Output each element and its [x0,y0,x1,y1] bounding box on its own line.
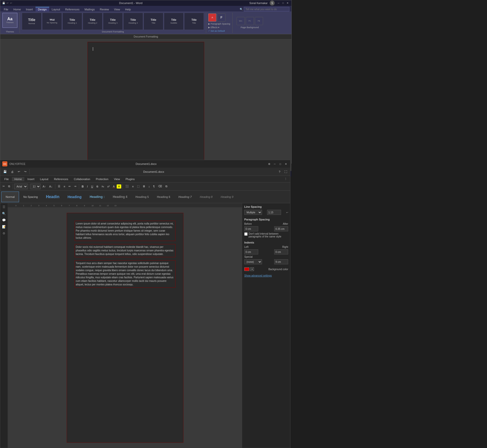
oo-print-btn[interactable]: 🖨 [9,170,15,174]
oo-increase-indent-btn[interactable]: ⇒ [73,184,78,188]
oo-menu-protection[interactable]: Protection [93,177,111,181]
oo-comment-icon[interactable]: 💬 [1,217,7,223]
oo-track-icon[interactable]: 📝 [1,224,7,230]
style-normal[interactable]: TitleNormal [22,13,42,30]
oo-style-heading9[interactable]: Heading 9 [217,192,237,202]
oo-settings-panel-icon[interactable]: ⚙ [1,231,7,236]
oo-style-heading6[interactable]: Heading 6 [153,192,174,202]
special-type-select[interactable]: (none) First line Hanging [244,259,262,264]
oo-paragraph-btn[interactable]: ¶ [152,184,156,188]
tab-design[interactable]: Design [36,7,49,11]
oo-menu-view[interactable]: View [111,177,123,181]
oo-close-icon[interactable]: ✕ [284,162,288,166]
oo-style-nospacing[interactable]: No Spacing [20,192,42,202]
oo-italic-btn[interactable]: I [86,184,89,188]
set-as-default-label[interactable]: Set as Default [211,30,225,32]
oo-highlight-btn[interactable]: A [117,184,121,188]
page-color-button[interactable]: PC [246,17,254,25]
oo-save-btn[interactable]: 💾 [2,169,8,174]
oo-style-heading8[interactable]: Heading 8 [196,192,216,202]
oo-style-heading3[interactable]: Heading : [86,192,108,202]
oo-linespacing-btn[interactable]: ↕ [147,184,151,188]
style-nospacing[interactable]: TITLENo Spacing [42,13,62,30]
line-spacing-value-input[interactable] [267,210,281,215]
oo-menu-collaboration[interactable]: Collaboration [71,177,93,181]
line-spacing-reset-icon[interactable]: ↩ [286,211,288,214]
oo-list-ol-btn[interactable]: ≡ [62,184,66,188]
oo-search-icon[interactable]: 🔍 [1,211,7,216]
style-subtitle[interactable]: TitleSubtitle [164,13,184,30]
show-advanced-settings-link[interactable]: Show advanced settings [244,274,272,277]
tab-review[interactable]: Review [97,7,112,11]
tell-me-input[interactable] [244,7,289,11]
oo-style-heading1[interactable]: Headin [42,192,63,202]
oo-style-heading5[interactable]: Heading 5 [132,192,153,202]
indent-right-input[interactable] [274,249,288,254]
oo-fontsize-dec-btn[interactable]: A↓ [48,184,54,188]
oo-fontsize-inc-btn[interactable]: A↑ [41,184,47,188]
oo-minimize-icon[interactable]: ─ [272,162,277,166]
style-h1[interactable]: TitleHeading 1 [62,13,82,30]
tab-layout[interactable]: Layout [49,7,63,11]
tab-references[interactable]: References [63,7,82,11]
oo-underline-btn[interactable]: U [90,184,94,188]
oo-copyformat-btn[interactable]: ⧉ [164,184,169,188]
oo-style-heading7[interactable]: Heading 7 [175,192,196,202]
tab-help[interactable]: Help [123,7,133,11]
minimize-icon[interactable]: ─ [277,1,280,5]
indent-left-input[interactable] [244,249,258,254]
themes-button[interactable]: Aa Themes [2,13,18,28]
oo-maximize-icon[interactable]: □ [278,162,283,166]
oo-font-select[interactable]: Arial [14,184,28,189]
close-icon[interactable]: ✕ [286,1,289,5]
oo-nav-icon[interactable]: ☰ [1,204,7,210]
oo-decrease-indent-btn[interactable]: ⇐ [67,184,72,188]
style-title2[interactable]: TitleTitle [184,13,204,30]
tab-mailings[interactable]: Mailings [82,7,97,11]
oo-cut-btn[interactable]: ✂ [1,184,6,188]
style-h2[interactable]: TitleHeading 2 [83,13,102,30]
tab-view[interactable]: View [112,7,123,11]
tab-insert[interactable]: Insert [23,7,36,11]
oo-superscript-btn[interactable]: x² [106,184,111,188]
style-title[interactable]: TitleTitle [144,13,163,30]
oo-fontsize-select[interactable]: 11 [30,184,41,189]
oo-settings-icon[interactable]: ⚙ [267,162,271,166]
oo-copy-btn[interactable]: ⧉ [7,184,11,188]
oo-bold-btn[interactable]: B [80,184,85,188]
oo-menu-file[interactable]: File [2,177,11,181]
watermark-button[interactable]: Wm [237,17,245,25]
special-value-input[interactable] [274,259,288,264]
tab-home[interactable]: Home [11,7,23,11]
bg-color-swatch[interactable] [244,267,249,271]
spacing-before-input[interactable] [244,226,258,231]
oo-align-left-btn[interactable]: ⬛ [124,184,130,188]
oo-strikethrough-btn[interactable]: S [95,184,99,188]
oo-align-justify-btn[interactable]: ≣ [142,184,146,188]
oo-align-right-btn[interactable]: ⬚ [136,184,141,188]
oo-align-center-btn[interactable]: ≡ [131,184,135,188]
page-borders-button[interactable]: PB [255,17,263,25]
oo-style-normal[interactable]: Normal [1,192,19,202]
word-avatar[interactable]: S [270,1,275,6]
oo-redo-btn[interactable]: ↪ [23,169,28,174]
oo-menu-plugins[interactable]: Plugins [123,177,137,181]
line-spacing-type-select[interactable]: Multiple Single 1.5 lines Double [244,210,262,215]
oo-menu-home[interactable]: Home [12,177,24,181]
oo-undo-btn[interactable]: ↩ [16,169,22,174]
spacing-after-input[interactable] [274,226,288,231]
effects-label[interactable]: ▶ Effects ▾ [208,26,219,29]
oo-style-heading4[interactable]: Heading 4 [109,192,131,202]
bg-color-picker-btn[interactable]: ▼ [250,267,254,271]
oo-view-options-btn[interactable]: ⋮ [283,177,289,181]
oo-help-btn[interactable]: ? [277,170,282,174]
style-h4[interactable]: TitleHeading 4 [123,13,143,30]
oo-style-heading2[interactable]: Heading [64,192,85,202]
oo-list-ul-btn[interactable]: ☰ [57,184,62,188]
tab-file[interactable]: File [1,7,11,11]
oo-menu-insert[interactable]: Insert [25,177,37,181]
oo-subscript-btn[interactable]: x₂ [100,184,105,188]
oo-font-color-btn[interactable]: A [112,184,116,188]
oo-menu-references[interactable]: References [51,177,71,181]
style-h3[interactable]: TitleHeading 3 [103,13,123,30]
